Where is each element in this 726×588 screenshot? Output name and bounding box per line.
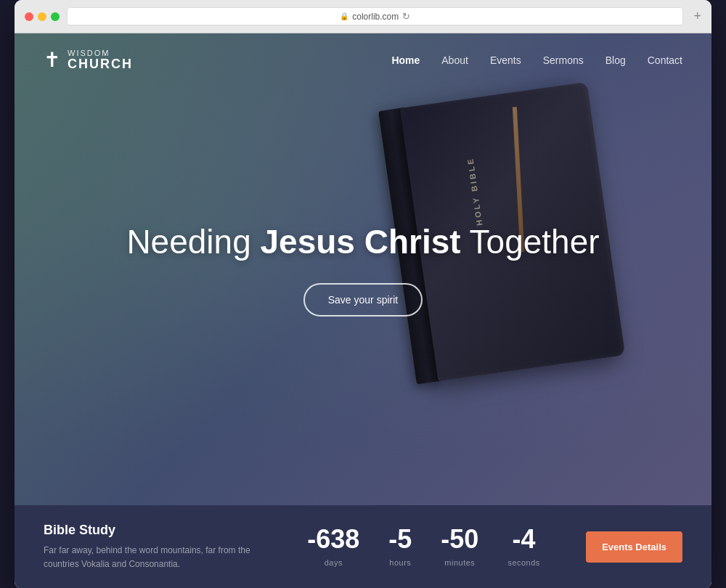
close-dot[interactable] (25, 12, 33, 21)
nav-link-about[interactable]: About (441, 54, 468, 66)
browser-dots (25, 12, 60, 21)
nav-links: Home About Events Sermons Blog Contact (391, 54, 682, 67)
countdown-hours-num: -5 (388, 526, 412, 552)
event-info: Bible Study Far far away, behind the wor… (44, 505, 276, 588)
nav-item-contact[interactable]: Contact (648, 54, 682, 67)
hero-title-suffix: Together (461, 223, 600, 261)
minimize-dot[interactable] (38, 12, 46, 21)
address-bar[interactable]: 🔒 colorlib.com ↻ (67, 7, 683, 25)
cross-icon: ✝ (44, 48, 60, 72)
site-wrapper: HOLY BIBLE ✝ WISDOM CHURCH Home About Ev… (15, 33, 711, 588)
nav-link-sermons[interactable]: Sermons (543, 54, 584, 66)
countdown-hours: -5 hours (388, 526, 412, 568)
hero-section: HOLY BIBLE ✝ WISDOM CHURCH Home About Ev… (15, 33, 711, 505)
navbar: ✝ WISDOM CHURCH Home About Events Sermon… (15, 33, 711, 86)
countdown: -638 days -5 hours -50 minutes -4 second… (276, 526, 571, 568)
hero-title-bold: Jesus Christ (261, 223, 461, 261)
countdown-seconds-num: -4 (507, 526, 539, 552)
hero-content: Needing Jesus Christ Together Save your … (15, 222, 711, 317)
nav-item-about[interactable]: About (441, 54, 468, 67)
events-details-button[interactable]: Events Details (586, 531, 682, 563)
nav-item-events[interactable]: Events (490, 54, 521, 67)
hero-cta-button[interactable]: Save your spirit (303, 283, 423, 317)
nav-link-contact[interactable]: Contact (648, 54, 682, 66)
nav-item-home[interactable]: Home (391, 54, 420, 67)
bible-cover-text: HOLY BIBLE (465, 156, 484, 226)
hero-title-prefix: Needing (126, 223, 260, 261)
nav-item-sermons[interactable]: Sermons (543, 54, 584, 67)
countdown-minutes-label: minutes (444, 558, 475, 567)
countdown-days-label: days (325, 558, 343, 567)
countdown-minutes: -50 minutes (441, 526, 478, 568)
countdown-seconds-label: seconds (507, 558, 539, 567)
logo-church: CHURCH (68, 57, 133, 72)
nav-link-home[interactable]: Home (391, 54, 420, 66)
nav-link-events[interactable]: Events (490, 54, 521, 66)
reload-icon[interactable]: ↻ (402, 11, 410, 22)
nav-link-blog[interactable]: Blog (605, 54, 626, 66)
countdown-hours-label: hours (389, 558, 411, 567)
hero-title: Needing Jesus Christ Together (44, 222, 682, 261)
browser-window: 🔒 colorlib.com ↻ + HOLY BIBLE ✝ (15, 0, 711, 588)
maximize-dot[interactable] (51, 12, 60, 21)
countdown-minutes-num: -50 (441, 526, 478, 552)
lock-icon: 🔒 (340, 12, 348, 20)
bottom-bar: Bible Study Far far away, behind the wor… (15, 505, 711, 588)
browser-chrome: 🔒 colorlib.com ↻ + (15, 0, 711, 33)
url-text: colorlib.com (352, 12, 399, 22)
countdown-days: -638 days (307, 526, 359, 568)
new-tab-button[interactable]: + (693, 9, 701, 24)
countdown-seconds: -4 seconds (507, 526, 539, 568)
countdown-days-num: -638 (307, 526, 359, 552)
logo-text: WISDOM CHURCH (68, 49, 133, 72)
event-title: Bible Study (44, 523, 276, 538)
nav-item-blog[interactable]: Blog (605, 54, 626, 67)
event-desc: Far far away, behind the word mountains,… (44, 544, 276, 571)
logo-wisdom: WISDOM (68, 49, 133, 57)
logo[interactable]: ✝ WISDOM CHURCH (44, 48, 133, 72)
